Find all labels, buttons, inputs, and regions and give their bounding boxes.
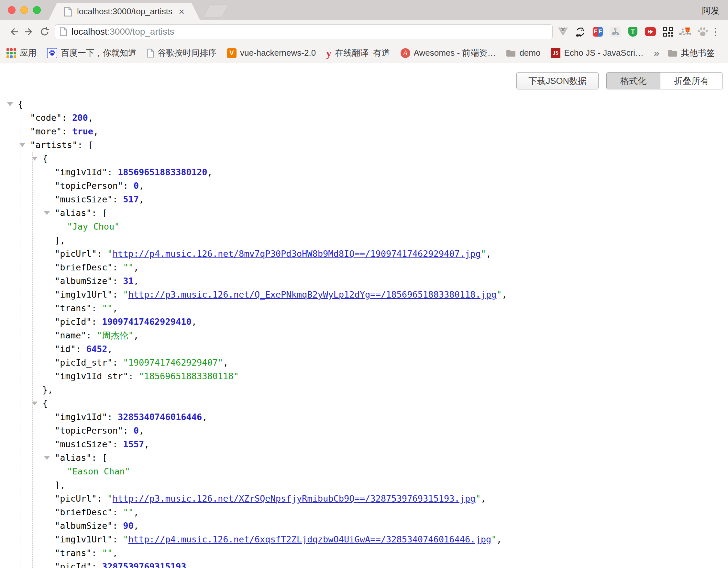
bookmarks-bar: 应用百度一下，你就知道谷歌按时间排序Vvue-hackernews-2.0y在线… bbox=[0, 43, 728, 63]
json-token: , bbox=[186, 562, 191, 568]
collapse-all-button[interactable]: 折叠所有 bbox=[660, 72, 722, 89]
json-link[interactable]: http://p4.music.126.net/8mv7qP30Pd3oHW8b… bbox=[113, 249, 481, 259]
tab-close-icon[interactable]: × bbox=[179, 7, 184, 17]
json-token: , bbox=[139, 194, 144, 204]
collapse-triangle-icon[interactable] bbox=[19, 143, 25, 147]
json-token: 3287539769315193 bbox=[102, 562, 186, 568]
bookmark-item[interactable]: y在线翻译_有道 bbox=[326, 47, 390, 59]
json-token: : bbox=[92, 562, 102, 568]
json-token: , bbox=[93, 126, 98, 136]
json-token: : [ bbox=[92, 208, 107, 218]
format-button[interactable]: 格式化 bbox=[607, 72, 660, 89]
json-token: "topicPerson" bbox=[55, 181, 123, 191]
html5-player-icon[interactable]: 5PLAYER bbox=[679, 25, 691, 38]
json-line: "alias": [ bbox=[55, 206, 728, 220]
json-line: "id": 6452, bbox=[55, 342, 728, 356]
page-icon bbox=[60, 27, 67, 36]
bookmark-item[interactable]: JSEcho JS - JavaScri… bbox=[551, 48, 644, 58]
json-token: : bbox=[123, 181, 134, 191]
json-token: , bbox=[107, 344, 113, 354]
json-line: "trans": "", bbox=[55, 546, 728, 560]
translate-icon[interactable]: Aen bbox=[575, 25, 586, 38]
page-content: 下载JSON数据 格式化 折叠所有 {"code": 200,"more": t… bbox=[0, 63, 728, 568]
bookmark-item[interactable]: 谷歌按时间排序 bbox=[147, 47, 216, 59]
json-line: "picId": 3287539769315193, bbox=[55, 560, 728, 568]
vue-devtools-icon[interactable] bbox=[557, 25, 569, 38]
bookmarks-overflow-icon[interactable]: » bbox=[654, 48, 659, 59]
paw-icon[interactable] bbox=[697, 25, 709, 38]
json-line: "Eason Chan" bbox=[67, 465, 728, 478]
json-token: " bbox=[107, 494, 113, 504]
collapse-triangle-icon[interactable] bbox=[32, 402, 38, 406]
qrcode-icon[interactable] bbox=[662, 25, 674, 38]
collapse-triangle-icon[interactable] bbox=[44, 456, 50, 460]
address-bar[interactable]: localhost:3000/top_artists bbox=[55, 24, 553, 39]
json-token: "picUrl" bbox=[55, 494, 97, 504]
json-token: , bbox=[486, 249, 491, 259]
json-children: "code": 200,"more": true,"artists": [{"i… bbox=[20, 111, 728, 568]
json-token: 0 bbox=[134, 181, 139, 191]
close-window-icon[interactable] bbox=[8, 6, 16, 14]
tampermonkey-shield-icon[interactable]: T bbox=[627, 25, 639, 38]
bookmark-item[interactable]: AAwesomes - 前端资… bbox=[401, 47, 496, 59]
youdao-icon: y bbox=[326, 48, 331, 58]
json-token: "alias" bbox=[55, 453, 92, 463]
browser-menu-icon[interactable]: ⋮ bbox=[709, 26, 722, 37]
json-token: : bbox=[92, 303, 102, 313]
reload-button[interactable] bbox=[37, 24, 52, 39]
json-token: "albumSize" bbox=[55, 521, 113, 531]
bookmark-item[interactable]: Vvue-hackernews-2.0 bbox=[227, 48, 316, 58]
json-line: "alias": [ bbox=[55, 451, 728, 465]
maximize-window-icon[interactable] bbox=[33, 6, 41, 14]
json-token: " bbox=[481, 249, 486, 259]
bookmark-item[interactable]: demo bbox=[506, 48, 540, 58]
video-fastforward-icon[interactable] bbox=[645, 25, 656, 38]
sitemap-icon[interactable] bbox=[610, 25, 621, 38]
json-token: 90 bbox=[123, 521, 134, 531]
json-token: 1557 bbox=[123, 439, 144, 449]
traffic-lights bbox=[8, 6, 41, 14]
json-token: : bbox=[76, 344, 86, 354]
profile-name[interactable]: 阿发 bbox=[702, 5, 720, 17]
json-token: : bbox=[113, 534, 123, 544]
json-token: : bbox=[113, 439, 123, 449]
json-token: "" bbox=[102, 548, 113, 558]
json-line: "topicPerson": 0, bbox=[55, 424, 728, 438]
fehelper-icon[interactable]: FE bbox=[592, 25, 604, 38]
browser-tab[interactable]: localhost:3000/top_artists × bbox=[49, 3, 200, 20]
baidu-paw-icon bbox=[47, 48, 57, 58]
json-link[interactable]: http://p3.music.126.net/XZrSQeNpsfjyRmib… bbox=[113, 494, 476, 504]
minimize-window-icon[interactable] bbox=[20, 6, 28, 14]
json-token: "周杰伦" bbox=[97, 330, 134, 340]
json-link[interactable]: http://p3.music.126.net/Q_ExePNkmqB2yWyL… bbox=[128, 290, 497, 300]
apps-grid-icon bbox=[6, 48, 16, 58]
new-tab-button[interactable] bbox=[203, 5, 228, 17]
json-line: { bbox=[18, 97, 728, 111]
url-host: localhost bbox=[72, 27, 107, 37]
json-token: : bbox=[128, 371, 139, 381]
json-viewer: {"code": 200,"more": true,"artists": [{"… bbox=[0, 97, 728, 568]
json-line: "img1v1Url": "http://p4.music.126.net/6x… bbox=[55, 533, 728, 546]
json-line: "musicSize": 517, bbox=[55, 193, 728, 206]
json-token: "name" bbox=[55, 330, 86, 340]
forward-button[interactable] bbox=[21, 24, 37, 39]
json-line: "name": "周杰伦", bbox=[55, 329, 728, 342]
json-link[interactable]: http://p4.music.126.net/6xqsfT2ZLjdqzbwO… bbox=[128, 534, 491, 544]
back-button[interactable] bbox=[6, 24, 21, 39]
download-json-button[interactable]: 下载JSON数据 bbox=[516, 72, 599, 89]
json-line: }, bbox=[42, 383, 728, 397]
json-token: "img1v1Id_str" bbox=[55, 371, 128, 381]
json-token: , bbox=[134, 330, 139, 340]
bookmark-label: 应用 bbox=[20, 47, 37, 59]
echojs-icon: JS bbox=[551, 48, 560, 58]
json-token: "Eason Chan" bbox=[67, 466, 130, 476]
json-token: : [ bbox=[92, 453, 107, 463]
collapse-triangle-icon[interactable] bbox=[32, 157, 38, 161]
bookmark-apps[interactable]: 应用 bbox=[6, 47, 37, 59]
bookmark-item[interactable]: 百度一下，你就知道 bbox=[47, 47, 137, 59]
collapse-triangle-icon[interactable] bbox=[7, 102, 13, 106]
other-bookmarks[interactable]: 其他书签 bbox=[668, 47, 715, 59]
bookmark-label: 百度一下，你就知道 bbox=[61, 47, 137, 59]
json-children: "Eason Chan" bbox=[57, 465, 728, 478]
collapse-triangle-icon[interactable] bbox=[44, 211, 50, 215]
